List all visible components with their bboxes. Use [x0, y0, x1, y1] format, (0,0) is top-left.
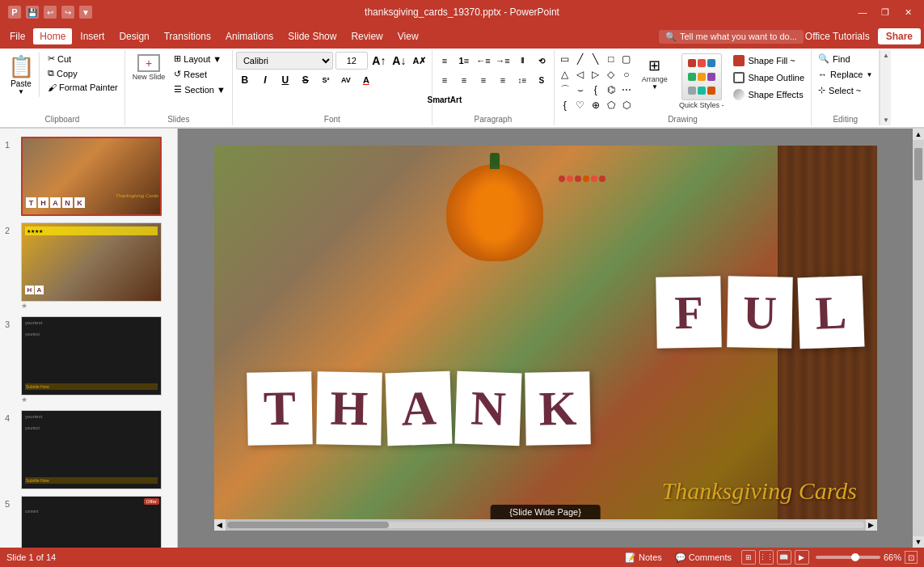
v-scrollbar-thumb[interactable]	[914, 148, 922, 180]
copy-button[interactable]: ⧉ Copy	[44, 66, 121, 80]
shape-rect2[interactable]: □	[604, 52, 618, 66]
clear-format-btn[interactable]: A✗	[411, 52, 428, 70]
cols-btn[interactable]: ⫴	[513, 52, 531, 70]
ribbon-scroll-down[interactable]: ▼	[883, 116, 889, 124]
comments-button[interactable]: 💬 Comments	[672, 551, 735, 565]
shape-custom[interactable]: ⌬	[604, 83, 618, 97]
menu-insert[interactable]: Insert	[74, 28, 111, 44]
slide-thumb-img-5[interactable]: Offer content Subtitle	[21, 496, 162, 548]
arrange-button[interactable]: ⊞ Arrange ▼	[637, 52, 673, 95]
italic-btn[interactable]: I	[256, 71, 274, 89]
shape-outline-button[interactable]: Shape Outline	[730, 70, 808, 85]
increase-font-btn[interactable]: A↑	[370, 52, 388, 70]
font-family-select[interactable]: Calibri	[236, 52, 333, 70]
menu-slideshow[interactable]: Slide Show	[281, 28, 343, 44]
slide-thumb-img-2[interactable]: ★★★★ H A	[21, 222, 162, 302]
h-scrollbar[interactable]: ◀ ▶	[214, 519, 877, 531]
scroll-up-btn[interactable]: ▲	[913, 129, 924, 140]
shape-effects-button[interactable]: Shape Effects	[730, 87, 808, 102]
restore-btn[interactable]: ❐	[877, 6, 893, 18]
undo-icon[interactable]: ↩	[44, 6, 57, 19]
shape-line[interactable]: ╱	[573, 52, 588, 66]
format-painter-button[interactable]: 🖌 Format Painter	[44, 81, 121, 94]
shape-diamond[interactable]: ◇	[604, 67, 618, 82]
menu-animations[interactable]: Animations	[219, 28, 280, 44]
align-left-btn[interactable]: ≡	[436, 71, 454, 89]
scroll-left-btn[interactable]: ◀	[214, 519, 226, 531]
shape-curve[interactable]: ⌒	[558, 83, 572, 97]
shape-x[interactable]: ⊕	[589, 98, 603, 112]
text-shadow-btn[interactable]: S	[533, 71, 551, 89]
decrease-font-btn[interactable]: A↓	[390, 52, 408, 70]
new-slide-button[interactable]: + New Slide	[129, 52, 170, 83]
shape-hex[interactable]: ⬡	[619, 98, 634, 112]
quick-styles-button[interactable]: Quick Styles -	[676, 52, 728, 111]
text-dir-btn[interactable]: ⟲	[533, 52, 551, 70]
presentation-btn[interactable]: ▶	[795, 550, 809, 565]
decrease-indent-btn[interactable]: ←≡	[475, 52, 492, 70]
layout-button[interactable]: ⊞ Layout ▼	[171, 52, 229, 66]
char-spacing-btn[interactable]: AV	[337, 71, 355, 89]
menu-review[interactable]: Review	[344, 28, 389, 44]
shape-line2[interactable]: ╲	[589, 52, 603, 66]
menu-view[interactable]: View	[391, 28, 425, 44]
scroll-right-btn[interactable]: ▶	[866, 519, 877, 531]
slide-canvas[interactable]: F U L T H A N K Thanksgiving Cards {S	[214, 146, 877, 519]
strikethrough-btn[interactable]: S	[297, 71, 314, 89]
font-size-input[interactable]	[335, 52, 368, 70]
save-icon[interactable]: 💾	[26, 6, 39, 19]
fit-slide-btn[interactable]: ⊡	[905, 551, 918, 564]
find-button[interactable]: 🔍 Find	[815, 52, 875, 66]
shape-brace[interactable]: {	[589, 83, 603, 97]
ribbon-scroll-up[interactable]: ▲	[883, 52, 889, 59]
slide-thumbnail-2[interactable]: 2 ★★★★ H A ★	[3, 221, 174, 311]
slide-sorter-btn[interactable]: ⋮⋮	[759, 550, 774, 565]
slide-thumbnail-1[interactable]: 1 T H A N K Thanksgiving Cards	[3, 135, 174, 218]
paste-button[interactable]: 📋 Paste ▼	[3, 52, 40, 98]
section-button[interactable]: ☰ Section ▼	[171, 83, 229, 96]
shape-star[interactable]: {	[558, 98, 572, 112]
shape-rrect[interactable]: ▢	[619, 52, 634, 66]
shape-pent[interactable]: ⬠	[604, 98, 618, 112]
slide-thumb-img-1[interactable]: T H A N K Thanksgiving Cards	[21, 137, 162, 216]
zoom-slider[interactable]	[816, 556, 880, 559]
replace-button[interactable]: ↔ Replace ▼	[815, 68, 875, 81]
menu-transitions[interactable]: Transitions	[158, 28, 217, 44]
slide-thumb-img-3[interactable]: yourtext yourtext Subtitle Here	[21, 316, 162, 396]
reading-view-btn[interactable]: 📖	[777, 550, 791, 565]
minimize-btn[interactable]: —	[854, 6, 871, 18]
underline-btn[interactable]: U	[276, 71, 294, 89]
menu-file[interactable]: File	[3, 28, 32, 44]
slide-thumbnail-4[interactable]: 4 yourtext yourtext Subtitle Here	[3, 408, 174, 491]
shape-rtri[interactable]: ◁	[573, 67, 588, 82]
office-tutorials[interactable]: Office Tutorials	[805, 31, 870, 42]
shape-arc[interactable]: ⌣	[573, 83, 588, 97]
justify-btn[interactable]: ≡	[494, 71, 512, 89]
notes-button[interactable]: 📝 Notes	[622, 551, 665, 565]
shape-heart[interactable]: ♡	[573, 98, 588, 112]
shape-fill-button[interactable]: Shape Fill ~	[730, 53, 808, 68]
font-color-btn[interactable]: A	[357, 71, 375, 89]
scroll-down-btn[interactable]: ▼	[913, 536, 924, 548]
zoom-thumb[interactable]	[851, 553, 859, 561]
select-button[interactable]: ⊹ Select ~	[815, 83, 875, 97]
shape-ellipse[interactable]: ○	[619, 67, 634, 82]
menu-design[interactable]: Design	[112, 28, 155, 44]
redo-icon[interactable]: ↪	[61, 6, 74, 19]
h-scrollbar-thumb[interactable]	[227, 522, 389, 528]
bold-btn[interactable]: B	[236, 71, 254, 89]
shape-more[interactable]: ⋯	[619, 83, 634, 97]
increase-indent-btn[interactable]: →≡	[494, 52, 512, 70]
search-text[interactable]: Tell me what you want to do...	[680, 32, 797, 41]
numbering-btn[interactable]: 1≡	[455, 52, 473, 70]
shape-rect[interactable]: ▭	[558, 52, 572, 66]
align-center-btn[interactable]: ≡	[455, 71, 473, 89]
align-right-btn[interactable]: ≡	[475, 71, 492, 89]
slide-thumbnail-5[interactable]: 5 Offer content Subtitle	[3, 494, 174, 548]
normal-view-btn[interactable]: ⊞	[741, 550, 756, 565]
shadow-btn[interactable]: S²	[317, 71, 335, 89]
line-spacing-btn[interactable]: ↕≡	[513, 71, 531, 89]
cut-button[interactable]: ✂ Cut	[44, 52, 121, 66]
shape-tri[interactable]: △	[558, 67, 572, 82]
slide-thumb-img-4[interactable]: yourtext yourtext Subtitle Here	[21, 410, 162, 489]
